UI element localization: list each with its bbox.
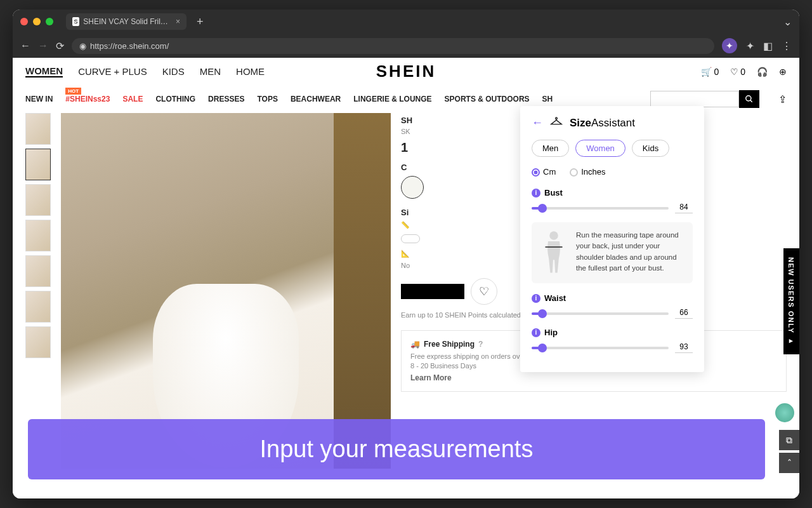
wishlist-button[interactable]: ♡ [471,278,497,305]
thumbnail[interactable] [25,326,51,358]
titlebar: S SHEIN VCAY Solid Frill Trim Sh × + ⌄ [13,10,799,34]
info-icon[interactable]: i [532,294,540,303]
unit-inches[interactable]: Inches [570,167,605,177]
measure-waist: iWaist 66 [532,293,693,319]
scroll-top-button[interactable]: ˄ [779,453,799,473]
chevron-down-icon[interactable]: ⌄ [783,16,792,28]
subnav-beachwear[interactable]: BEACHWEAR [291,95,341,104]
reload-button[interactable]: ⟳ [56,40,64,52]
nav-men[interactable]: MEN [200,66,221,77]
globe-icon[interactable]: ⊕ [779,67,787,77]
subnav-more[interactable]: SH [542,95,553,104]
hip-slider[interactable] [532,347,669,349]
new-tab-button[interactable]: + [197,15,204,29]
measure-hip: iHip 93 [532,328,693,353]
nav-home[interactable]: HOME [236,66,265,77]
close-tab-icon[interactable]: × [176,17,180,26]
url-bar: ← → ⟳ ◉ https://roe.shein.com/ ✦ ✦ ◧ ⋮ [13,34,799,58]
tip-text: Run the measuring tape around your back,… [576,230,685,276]
bust-slider[interactable] [532,207,669,210]
new-users-tab[interactable]: NEW USERS ONLY ▸ [783,248,799,354]
thumbnail[interactable] [25,113,51,145]
unit-cm[interactable]: Cm [532,167,556,177]
subnav-tops[interactable]: TOPS [257,95,277,104]
thumbnail[interactable] [25,149,51,180]
thumbnail[interactable] [25,220,51,251]
learn-more-link[interactable]: Learn More [410,373,777,382]
nav-curve[interactable]: CURVE + PLUS [78,66,147,77]
svg-point-2 [556,117,558,119]
hip-value[interactable]: 93 [675,342,693,353]
waist-value[interactable]: 66 [675,308,693,319]
menu-icon[interactable]: ⋮ [782,40,792,52]
browser-window: S SHEIN VCAY Solid Frill Trim Sh × + ⌄ ←… [13,10,799,498]
url-text: https://roe.shein.com/ [90,41,169,51]
extensions-icon[interactable]: ✦ [746,40,754,52]
product-image[interactable] [61,113,391,469]
waist-slider[interactable] [532,312,669,315]
thumbnail[interactable] [25,291,51,323]
panel-icon[interactable]: ◧ [763,40,773,52]
gender-tabs: Men Women Kids [532,140,693,157]
thumbnail[interactable] [25,255,51,287]
search-input[interactable] [650,91,739,107]
tab-kids[interactable]: Kids [632,140,669,157]
subnav-lingerie[interactable]: LINGERIE & LOUNGE [353,95,431,104]
support-icon[interactable]: 🎧 [757,67,768,77]
subnav-clothing[interactable]: CLOTHING [155,95,195,104]
search-button[interactable] [739,90,759,108]
search-icon [745,95,754,104]
overlay-banner: Input your measurements [28,419,765,479]
nav-women[interactable]: WOMEN [25,65,63,77]
tab-women[interactable]: Women [575,140,625,157]
subnav-sports[interactable]: SPORTS & OUTDOORS [445,95,530,104]
subnav-sheinss23[interactable]: HOT #SHEINss23 [65,95,110,104]
bust-value[interactable]: 84 [675,203,693,213]
measure-bust: iBust 84 [532,188,693,213]
size-assistant-panel: ← SizeAssistant Men Women Kids Cm Inches… [520,106,704,372]
maximize-window[interactable] [46,18,53,25]
site-logo[interactable]: SHEIN [376,62,436,81]
hot-badge: HOT [65,88,81,95]
color-swatch[interactable] [401,176,424,199]
page-content: WOMEN CURVE + PLUS KIDS MEN HOME SHEIN 🛒… [13,58,799,498]
tab-men[interactable]: Men [532,140,569,157]
browser-tab[interactable]: S SHEIN VCAY Solid Frill Trim Sh × [66,13,187,30]
info-icon[interactable]: i [532,189,540,197]
close-window[interactable] [20,18,28,25]
svg-point-0 [746,96,751,101]
radio-off-icon [570,168,578,177]
search-box [650,90,759,108]
svg-line-1 [750,100,752,102]
unit-selector: Cm Inches [532,167,693,177]
address-bar[interactable]: ◉ https://roe.shein.com/ [72,38,714,54]
info-icon[interactable]: i [532,328,540,337]
body-diagram-icon [539,230,568,276]
panel-header: ← SizeAssistant [532,116,693,130]
svg-point-3 [549,231,558,240]
subnav-newin[interactable]: NEW IN [25,95,53,104]
top-nav: WOMEN CURVE + PLUS KIDS MEN HOME SHEIN 🛒… [13,58,799,85]
size-button[interactable] [401,234,420,243]
back-arrow-icon[interactable]: ← [532,116,543,130]
thumbnail-list [25,113,51,469]
radio-on-icon [532,168,540,177]
favicon: S [72,17,79,26]
cart-icon[interactable]: 🛒0 [701,67,719,77]
add-to-cart-button[interactable] [401,284,464,299]
minimize-window[interactable] [33,18,41,25]
side-buttons: ⧉ ˄ [779,430,799,473]
help-icon[interactable]: ? [478,340,483,349]
promo-badge-icon[interactable] [775,403,794,422]
extension-icon[interactable]: ✦ [722,38,737,53]
feedback-button[interactable]: ⧉ [779,430,799,450]
back-button[interactable]: ← [20,40,30,51]
nav-kids[interactable]: KIDS [162,66,185,77]
thumbnail[interactable] [25,184,51,216]
wishlist-icon[interactable]: ♡0 [730,67,745,77]
share-icon[interactable]: ⇪ [778,93,787,105]
subnav-sale[interactable]: SALE [122,95,143,104]
subnav-dresses[interactable]: DRESSES [208,95,244,104]
measurement-tip: Run the measuring tape around your back,… [532,222,693,283]
forward-button[interactable]: → [38,40,48,51]
